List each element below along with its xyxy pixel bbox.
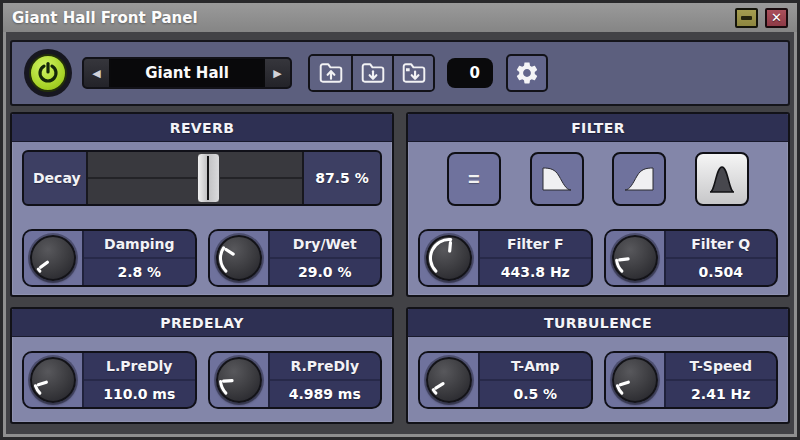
filter-type-bandpass-button[interactable] (695, 152, 749, 206)
turbulence-section-title: TURBULENCE (408, 309, 788, 337)
filter-type-highpass-button[interactable] (612, 152, 666, 206)
l-predelay-knob[interactable] (30, 357, 76, 403)
equals-icon: = (468, 168, 480, 191)
decay-slider-handle[interactable] (197, 153, 220, 203)
window-title: Giant Hall Front Panel (12, 9, 728, 27)
load-preset-button[interactable] (310, 56, 351, 90)
t-speed-knob-label: T-Speed (666, 353, 777, 381)
knob-info: T-Amp 0.5 % (480, 353, 591, 407)
drywet-knob[interactable] (216, 235, 262, 281)
sections-grid: REVERB Decay 87.5 % (10, 112, 790, 424)
preset-name-display[interactable]: Giant Hall (111, 59, 263, 87)
r-predelay-knob[interactable] (216, 357, 262, 403)
save-preset-button[interactable] (351, 56, 392, 90)
damping-knob-control: Damping 2.8 % (22, 229, 197, 287)
knob-cell (420, 353, 480, 407)
drywet-knob-value: 29.0 % (270, 259, 381, 285)
t-speed-knob-control: T-Speed 2.41 Hz (604, 351, 779, 409)
filter-q-knob[interactable] (612, 235, 658, 281)
predelay-section-title: PREDELAY (12, 309, 392, 337)
t-amp-knob[interactable] (426, 357, 472, 403)
knob-cell (420, 231, 480, 285)
knob-info: Filter Q 0.504 (666, 231, 777, 285)
titlebar[interactable]: Giant Hall Front Panel ✕ (3, 3, 797, 32)
filter-section-title: FILTER (408, 114, 788, 142)
l-predelay-knob-control: L.PreDly 110.0 ms (22, 351, 197, 409)
preset-next-button[interactable]: ▶ (263, 59, 290, 87)
decay-slider-label: Decay (24, 152, 86, 204)
knob-cell (210, 353, 270, 407)
t-amp-knob-label: T-Amp (480, 353, 591, 381)
knob-info: Damping 2.8 % (84, 231, 195, 285)
x-icon: ✕ (771, 11, 782, 24)
plugin-window: Giant Hall Front Panel ✕ ◀ (0, 0, 800, 440)
filter-f-knob-label: Filter F (480, 231, 591, 259)
preset-file-buttons (308, 54, 435, 92)
knob-cell (210, 231, 270, 285)
r-predelay-knob-value: 4.989 ms (270, 381, 381, 407)
drywet-knob-control: Dry/Wet 29.0 % (208, 229, 383, 287)
knob-info: R.PreDly 4.989 ms (270, 353, 381, 407)
reverb-section-title: REVERB (12, 114, 392, 142)
filter-f-knob[interactable] (426, 235, 472, 281)
filter-f-knob-control: Filter F 443.8 Hz (418, 229, 593, 287)
lowpass-curve-icon (540, 163, 574, 195)
r-predelay-knob-control: R.PreDly 4.989 ms (208, 351, 383, 409)
l-predelay-knob-label: L.PreDly (84, 353, 195, 381)
filter-type-buttons: = (418, 150, 778, 208)
t-speed-knob[interactable] (612, 357, 658, 403)
predelay-section: PREDELAY L.PreDly 110.0 ms (10, 307, 394, 424)
right-arrow-icon: ▶ (273, 67, 281, 80)
t-speed-knob-value: 2.41 Hz (666, 381, 777, 407)
filter-q-knob-label: Filter Q (666, 231, 777, 259)
turbulence-section: TURBULENCE T-Amp 0.5 % (406, 307, 790, 424)
folder-down-arrow-plus-icon (401, 61, 427, 85)
plugin-content: ◀ Giant Hall ▶ (3, 32, 797, 437)
filter-q-knob-control: Filter Q 0.504 (604, 229, 779, 287)
knob-info: L.PreDly 110.0 ms (84, 353, 195, 407)
reverb-section: REVERB Decay 87.5 % (10, 112, 394, 297)
l-predelay-knob-value: 110.0 ms (84, 381, 195, 407)
filter-type-lowpass-button[interactable] (530, 152, 584, 206)
preset-selector: ◀ Giant Hall ▶ (82, 57, 292, 89)
folder-up-arrow-icon (318, 61, 344, 85)
preset-number-display[interactable]: 0 (447, 58, 493, 88)
decay-slider-value: 87.5 % (304, 152, 380, 204)
drywet-knob-label: Dry/Wet (270, 231, 381, 259)
knob-info: T-Speed 2.41 Hz (666, 353, 777, 407)
r-predelay-knob-label: R.PreDly (270, 353, 381, 381)
knob-info: Filter F 443.8 Hz (480, 231, 591, 285)
settings-button[interactable] (506, 54, 548, 92)
decay-slider-control: Decay 87.5 % (22, 150, 382, 206)
close-button[interactable]: ✕ (765, 8, 788, 28)
filter-f-knob-value: 443.8 Hz (480, 259, 591, 285)
knob-info: Dry/Wet 29.0 % (270, 231, 381, 285)
t-amp-knob-value: 0.5 % (480, 381, 591, 407)
knob-cell (606, 353, 666, 407)
t-amp-knob-control: T-Amp 0.5 % (418, 351, 593, 409)
left-arrow-icon: ◀ (92, 67, 100, 80)
knob-cell (24, 353, 84, 407)
bandpass-curve-icon (705, 163, 739, 195)
highpass-curve-icon (622, 163, 656, 195)
minus-icon (741, 16, 752, 20)
filter-q-knob-value: 0.504 (666, 259, 777, 285)
filter-section: FILTER = (406, 112, 790, 297)
gear-icon (514, 60, 540, 86)
minimize-button[interactable] (735, 8, 758, 28)
folder-down-arrow-icon (360, 61, 386, 85)
knob-cell (606, 231, 666, 285)
decay-slider-track[interactable] (86, 152, 304, 204)
power-icon (29, 54, 67, 92)
damping-knob-label: Damping (84, 231, 195, 259)
save-preset-as-button[interactable] (392, 56, 433, 90)
preset-prev-button[interactable]: ◀ (84, 59, 111, 87)
damping-knob-value: 2.8 % (84, 259, 195, 285)
damping-knob[interactable] (30, 235, 76, 281)
power-button[interactable] (24, 49, 72, 97)
filter-type-bypass-button[interactable]: = (447, 152, 501, 206)
toolbar: ◀ Giant Hall ▶ (10, 40, 790, 106)
knob-cell (24, 231, 84, 285)
